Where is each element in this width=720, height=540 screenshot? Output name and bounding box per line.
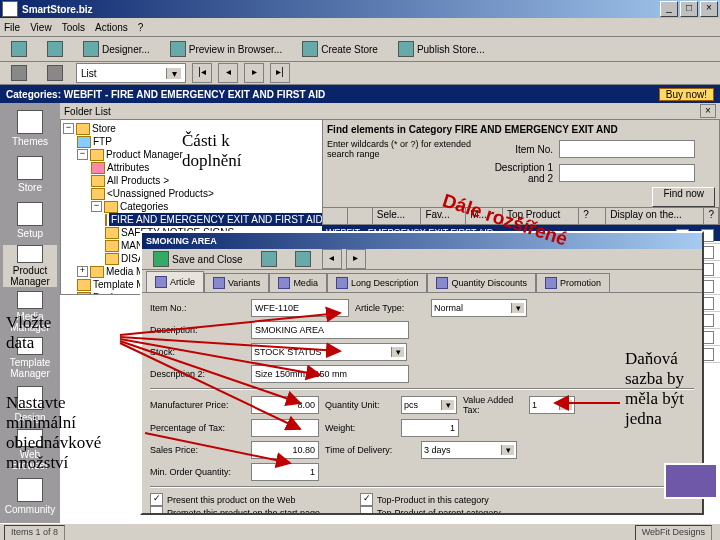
nav-last-button[interactable]: ▸| <box>270 63 290 83</box>
tree-node[interactable]: All Products > <box>63 174 323 187</box>
tab-media[interactable]: Media <box>269 273 327 292</box>
web-browser-icon <box>17 429 43 447</box>
menu-actions[interactable]: Actions <box>95 22 128 33</box>
collapse-icon[interactable]: − <box>91 201 102 212</box>
find-now-button[interactable]: Find now <box>652 187 715 207</box>
tree-node[interactable]: FTP <box>63 135 323 148</box>
qty-unit-label: Quantity Unit: <box>325 400 395 410</box>
item-no-input[interactable]: WFE-110E <box>251 299 349 317</box>
cb-top-category[interactable]: ✓Top-Product in this category <box>360 493 501 506</box>
publish-button[interactable]: Publish Store... <box>391 39 492 59</box>
close-button[interactable]: × <box>700 1 718 17</box>
menu-help[interactable]: ? <box>138 22 144 33</box>
tab-promotion[interactable]: Promotion <box>536 273 610 292</box>
tab-variants[interactable]: Variants <box>204 273 269 292</box>
sidebar-item-template-manager[interactable]: Template Manager <box>3 337 57 379</box>
tree-node[interactable]: −Product Manager <box>63 148 323 161</box>
folder-icon <box>105 214 107 226</box>
description2-input[interactable]: Size 150mm x 150 mm <box>251 365 409 383</box>
menu-view[interactable]: View <box>30 22 52 33</box>
qty-unit-combo[interactable]: pcs▾ <box>401 396 457 414</box>
folder-icon <box>104 201 118 213</box>
nav-first-button[interactable]: |◂ <box>192 63 212 83</box>
weight-input[interactable]: 1 <box>401 419 459 437</box>
col-display[interactable]: Display on the... <box>606 208 704 224</box>
cb-present-web[interactable]: ✓Present this product on the Web <box>150 493 320 506</box>
detail-tool-button[interactable] <box>254 249 284 269</box>
sidebar-item-product-manager[interactable]: Product Manager <box>3 245 57 287</box>
sidebar-item-store[interactable]: Store <box>3 153 57 195</box>
cut-button[interactable] <box>4 63 34 83</box>
col-top[interactable]: Top Product <box>503 208 579 224</box>
col-fav[interactable]: Fav... <box>421 208 466 224</box>
folder-list-header: Folder List × <box>60 103 720 120</box>
detail-prev-button[interactable]: ◂ <box>322 249 342 269</box>
tree-node-selected[interactable]: FIRE AND EMERGENCY EXIT AND FIRST AID <box>63 213 323 226</box>
menu-file[interactable]: File <box>4 22 20 33</box>
sidebar-item-themes[interactable]: Themes <box>3 107 57 149</box>
vat-combo[interactable]: 1▾ <box>529 396 575 414</box>
description-input[interactable]: SMOKING AREA <box>251 321 409 339</box>
maximize-button[interactable]: □ <box>680 1 698 17</box>
category-bar: Categories: WEBFIT - FIRE AND EMERGENCY … <box>0 85 720 103</box>
stock-combo[interactable]: STOCK STATUS▾ <box>251 343 407 361</box>
detail-tool-button[interactable] <box>288 249 318 269</box>
save-close-button[interactable]: Save and Close <box>146 249 250 269</box>
pct-input[interactable] <box>251 419 319 437</box>
new-button[interactable] <box>4 39 34 59</box>
expand-icon[interactable]: + <box>77 266 88 277</box>
sidebar-item-web-browser[interactable]: Web Browser <box>3 429 57 471</box>
collapse-icon[interactable]: − <box>77 149 88 160</box>
minimize-button[interactable]: _ <box>660 1 678 17</box>
sales-price-label: Sales Price: <box>150 445 245 455</box>
folder-icon <box>77 292 91 296</box>
collapse-icon[interactable]: − <box>63 123 74 134</box>
results-grid-header: Sele... Fav... M... Top Product ? Displa… <box>322 207 720 225</box>
product-detail-window: SMOKING AREA Save and Close ◂ ▸ Article … <box>140 231 704 515</box>
folder-icon <box>105 240 119 252</box>
search-descr-input[interactable] <box>559 164 695 182</box>
search-item-no-input[interactable] <box>559 140 695 158</box>
man-price-input[interactable]: 8.00 <box>251 396 319 414</box>
folder-list-close-button[interactable]: × <box>700 104 716 118</box>
tree-node[interactable]: <Unassigned Products> <box>63 187 323 200</box>
col-select[interactable]: Sele... <box>373 208 422 224</box>
design-icon <box>17 386 43 410</box>
col-icon[interactable] <box>323 208 348 224</box>
template-manager-icon <box>17 337 43 355</box>
cb-promote-start[interactable]: Promote this product on the start page <box>150 506 320 513</box>
sidebar-item-setup[interactable]: Setup <box>3 199 57 241</box>
tree-node[interactable]: −Categories <box>63 200 323 213</box>
tab-long-desc[interactable]: Long Description <box>327 273 428 292</box>
tree-root[interactable]: −Store <box>63 122 323 135</box>
buy-now-button[interactable]: Buy now! <box>659 88 714 101</box>
tool-button[interactable] <box>40 39 70 59</box>
detail-next-button[interactable]: ▸ <box>346 249 366 269</box>
sidebar-item-community[interactable]: Community <box>3 475 57 517</box>
col-icon2[interactable] <box>348 208 373 224</box>
tree-node[interactable]: Attributes <box>63 161 323 174</box>
sidebar-item-media-manager[interactable]: Media Manager <box>3 291 57 333</box>
col-q1[interactable]: ? <box>579 208 606 224</box>
create-icon <box>302 41 318 57</box>
min-order-input[interactable]: 1 <box>251 463 319 481</box>
sales-price-input[interactable]: 10.80 <box>251 441 319 459</box>
tab-article[interactable]: Article <box>146 271 204 292</box>
menu-tools[interactable]: Tools <box>62 22 85 33</box>
create-store-button[interactable]: Create Store <box>295 39 385 59</box>
nav-next-button[interactable]: ▸ <box>244 63 264 83</box>
man-price-label: Manufacturer Price: <box>150 400 245 410</box>
view-combo[interactable]: List▾ <box>76 63 186 83</box>
cb-top-parent[interactable]: Top-Product of parent category <box>360 506 501 513</box>
tab-qty-disc[interactable]: Quantity Discounts <box>427 273 536 292</box>
preview-button[interactable]: Preview in Browser... <box>163 39 289 59</box>
find-button[interactable] <box>40 63 70 83</box>
time-delivery-combo[interactable]: 3 days▾ <box>421 441 517 459</box>
col-q2[interactable]: ? <box>704 208 719 224</box>
nav-prev-button[interactable]: ◂ <box>218 63 238 83</box>
setup-icon <box>17 202 43 226</box>
article-type-combo[interactable]: Normal▾ <box>431 299 527 317</box>
sidebar-item-design[interactable]: Design <box>3 383 57 425</box>
col-m[interactable]: M... <box>466 208 503 224</box>
designer-button[interactable]: Designer... <box>76 39 157 59</box>
